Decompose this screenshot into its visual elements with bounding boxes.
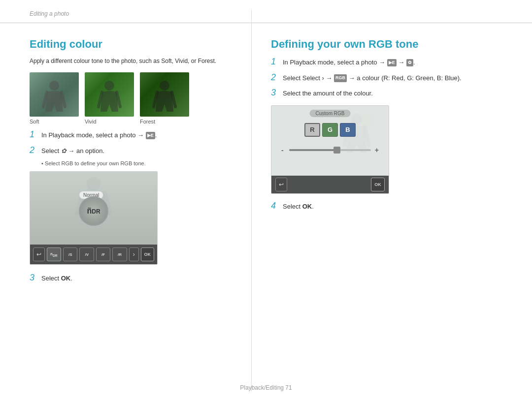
photo-label-forest: Forest: [140, 119, 155, 124]
svg-point-0: [49, 81, 59, 91]
photo-item-soft: Soft: [30, 72, 79, 124]
photo-label-vivid: Vivid: [85, 119, 97, 124]
left-step-3-number: 3: [30, 273, 37, 283]
slider-plus: +: [375, 146, 379, 154]
footer-text: Playback/Editing 71: [240, 384, 292, 391]
page-footer: Playback/Editing 71: [0, 384, 532, 391]
camera-ui-left: Normal ñDR ↩ ñDR /S /V: [30, 171, 158, 265]
right-step-4-number: 4: [271, 201, 279, 212]
right-step-1-text: In Playback mode, select a photo → ▶E → …: [283, 57, 502, 67]
rgb-btn-b[interactable]: B: [340, 123, 356, 137]
left-section-title: Editing colour: [30, 38, 251, 51]
rgb-btn-g[interactable]: G: [322, 123, 338, 137]
right-step-4: 4 Select OK.: [271, 201, 502, 212]
column-divider: [251, 10, 252, 391]
slider-area: - +: [281, 145, 379, 155]
photo-examples: Soft Vivid: [30, 72, 251, 124]
toolbar-ok-right[interactable]: OK: [371, 178, 385, 191]
camera-toolbar-right: ↩ OK: [271, 176, 389, 193]
slider-minus: -: [281, 146, 284, 154]
nor-text: ñDR: [87, 207, 100, 216]
nor-circle: ñDR: [79, 196, 108, 226]
left-column: Editing colour Apply a different colour …: [30, 38, 251, 288]
photo-forest: [140, 72, 189, 117]
slider-track[interactable]: [289, 149, 371, 151]
left-step-1-text: In Playback mode, select a photo → ▶E.: [41, 129, 251, 140]
toolbar-btn-f[interactable]: /F: [96, 247, 110, 261]
page-container: Editing a photo Editing colour Apply a d…: [0, 0, 532, 401]
left-step-1: 1 In Playback mode, select a photo → ▶E.: [30, 129, 251, 140]
left-step-2-text: Select ✿ → an option.: [41, 145, 251, 156]
right-step-2: 2 Select Select › → RGB → a colour (R: R…: [271, 72, 502, 83]
photo-item-vivid: Vivid: [85, 72, 134, 124]
photo-person-soft: [39, 80, 69, 117]
toolbar-arrow-left[interactable]: ›: [129, 247, 139, 261]
right-step-2-number: 2: [271, 72, 279, 83]
toolbar-btn-nor[interactable]: ñDR: [47, 247, 61, 261]
left-step-3-text: Select OK.: [41, 273, 251, 283]
toolbar-back-left[interactable]: ↩: [33, 247, 45, 261]
right-step-4-text: Select OK.: [283, 201, 502, 212]
photo-soft: [30, 72, 79, 117]
right-step-3-number: 3: [271, 88, 279, 98]
breadcrumb-text: Editing a photo: [30, 10, 69, 17]
left-step-1-number: 1: [30, 129, 37, 140]
playback-icon-r: ▶E: [387, 59, 397, 67]
toolbar-btn-s[interactable]: /S: [63, 247, 77, 261]
right-step-1-number: 1: [271, 57, 279, 67]
toolbar-btn-v[interactable]: /V: [79, 247, 94, 261]
rgb-buttons: R G B: [304, 123, 356, 137]
toolbar-btn-r[interactable]: /R: [112, 247, 127, 261]
photo-item-forest: Forest: [140, 72, 189, 124]
toolbar-ok-left[interactable]: OK: [141, 247, 155, 261]
svg-point-2: [160, 81, 169, 91]
photo-person-vivid: [95, 80, 124, 117]
main-content: Editing colour Apply a different colour …: [0, 23, 532, 303]
left-step-3: 3 Select OK.: [30, 273, 251, 283]
edit-icon-r: ✿: [406, 59, 413, 67]
left-step-2-number: 2: [30, 145, 37, 156]
svg-point-1: [104, 81, 114, 91]
left-section-desc: Apply a different colour tone to the pho…: [30, 57, 251, 65]
right-step-2-text: Select Select › → RGB → a colour (R: Red…: [283, 72, 502, 83]
svg-point-3: [87, 177, 100, 191]
breadcrumb: Editing a photo: [0, 0, 532, 23]
right-ok-bold: OK: [302, 203, 312, 210]
right-step-3: 3 Select the amount of the colour.: [271, 88, 502, 98]
left-ok-bold: OK: [61, 275, 71, 282]
toolbar-back-right[interactable]: ↩: [275, 178, 287, 191]
select-label: Select: [302, 74, 320, 82]
slider-fill: [289, 149, 338, 151]
photo-person-forest: [150, 80, 179, 117]
rgb-icon: RGB: [334, 74, 347, 82]
playback-icon: ▶E: [146, 132, 155, 140]
left-step-2: 2 Select ✿ → an option.: [30, 145, 251, 156]
rgb-btn-r[interactable]: R: [304, 123, 320, 137]
slider-thumb[interactable]: [333, 147, 340, 154]
right-step-1: 1 In Playback mode, select a photo → ▶E …: [271, 57, 502, 67]
photo-label-soft: Soft: [30, 119, 39, 124]
camera-toolbar-left: ↩ ñDR /S /V /F /R ›: [30, 245, 157, 264]
right-section-title: Defining your own RGB tone: [271, 38, 502, 51]
right-column: Defining your own RGB tone 1 In Playback…: [271, 38, 502, 288]
right-step-3-text: Select the amount of the colour.: [283, 88, 502, 98]
photo-vivid: [85, 72, 134, 117]
camera-ui-right: Custom RGB R G B - +: [271, 105, 389, 194]
custom-rgb-label: Custom RGB: [310, 110, 351, 117]
left-step-2-sub: Select RGB to define your own RGB tone.: [41, 160, 251, 166]
